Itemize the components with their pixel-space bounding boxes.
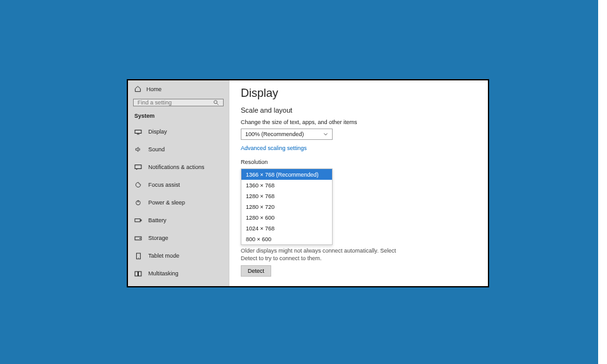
resolution-option[interactable]: 800 × 600 — [241, 234, 332, 244]
sidebar-item-label: Display — [148, 129, 167, 135]
svg-rect-5 — [135, 165, 141, 169]
sound-icon — [134, 146, 142, 153]
multitasking-icon — [134, 270, 142, 277]
svg-rect-2 — [135, 130, 141, 133]
sidebar-item-projecting[interactable]: Projecting to this PC — [128, 282, 229, 287]
resolution-label: Resolution — [241, 159, 476, 165]
svg-point-0 — [214, 101, 217, 104]
sidebar-item-power-sleep[interactable]: Power & sleep — [128, 194, 229, 211]
home-icon — [134, 85, 141, 92]
detect-helper-text: Older displays might not always connect … — [241, 247, 399, 262]
sidebar-item-label: Battery — [148, 217, 167, 223]
svg-rect-15 — [139, 272, 142, 276]
advanced-display-link[interactable]: Advanced display settings — [241, 286, 476, 286]
sidebar-item-sound[interactable]: Sound — [128, 141, 229, 158]
settings-window: Home Find a setting System Display Sound… — [127, 79, 489, 287]
scale-select[interactable]: 100% (Recommended) — [241, 129, 333, 140]
focus-assist-icon — [134, 182, 142, 188]
svg-point-11 — [140, 238, 141, 239]
svg-marker-4 — [136, 147, 138, 152]
svg-rect-9 — [141, 220, 141, 221]
search-icon — [213, 99, 219, 106]
sidebar-item-label: Notifications & actions — [148, 164, 205, 170]
resolution-dropdown[interactable]: 1366 × 768 (Recommended) 1360 × 768 1280… — [241, 168, 333, 245]
resolution-option[interactable]: 1280 × 600 — [241, 212, 332, 223]
resolution-option[interactable]: 1366 × 768 (Recommended) — [241, 169, 332, 180]
search-placeholder: Find a setting — [137, 99, 172, 106]
sidebar-section-header: System — [128, 113, 229, 123]
content-pane: Display Scale and layout Change the size… — [229, 80, 488, 286]
sidebar-item-notifications[interactable]: Notifications & actions — [128, 158, 229, 176]
sidebar-item-tablet-mode[interactable]: Tablet mode — [128, 247, 229, 265]
resolution-option[interactable]: 1280 × 720 — [241, 201, 332, 212]
svg-line-1 — [217, 103, 219, 105]
power-icon — [134, 199, 142, 206]
sidebar-item-label: Sound — [148, 146, 165, 153]
sidebar-item-label: Power & sleep — [148, 199, 185, 206]
battery-icon — [134, 217, 142, 223]
tablet-icon — [134, 253, 142, 259]
advanced-scaling-link[interactable]: Advanced scaling settings — [241, 145, 476, 151]
sidebar-item-label: Multitasking — [148, 270, 179, 277]
sidebar-item-display[interactable]: Display — [128, 123, 229, 141]
scale-heading: Scale and layout — [241, 106, 476, 114]
resolution-option[interactable]: 1280 × 768 — [241, 191, 332, 201]
home-label: Home — [146, 86, 162, 92]
sidebar-item-battery[interactable]: Battery — [128, 211, 229, 229]
sidebar-item-focus-assist[interactable]: Focus assist — [128, 176, 229, 194]
display-icon — [134, 129, 142, 135]
scale-label: Change the size of text, apps, and other… — [241, 119, 476, 125]
svg-rect-14 — [135, 272, 138, 276]
sidebar-home[interactable]: Home — [128, 80, 229, 96]
sidebar: Home Find a setting System Display Sound… — [128, 80, 229, 286]
resolution-option[interactable]: 1024 × 768 — [241, 223, 332, 234]
search-input[interactable]: Find a setting — [133, 99, 224, 106]
storage-icon — [134, 235, 142, 241]
sidebar-nav: Display Sound Notifications & actions Fo… — [128, 123, 229, 287]
chevron-down-icon — [323, 132, 328, 137]
resolution-option[interactable]: 1360 × 768 — [241, 180, 332, 191]
sidebar-item-storage[interactable]: Storage — [128, 229, 229, 247]
sidebar-item-label: Focus assist — [148, 182, 180, 188]
notifications-icon — [134, 164, 142, 170]
scale-select-value: 100% (Recommended) — [245, 131, 304, 137]
sidebar-item-label: Tablet mode — [148, 253, 179, 259]
sidebar-item-label: Storage — [148, 235, 169, 241]
svg-rect-8 — [135, 219, 140, 222]
sidebar-item-multitasking[interactable]: Multitasking — [128, 265, 229, 282]
decorative-right-stripe — [598, 0, 607, 364]
detect-button[interactable]: Detect — [241, 265, 271, 277]
page-title: Display — [241, 87, 476, 100]
